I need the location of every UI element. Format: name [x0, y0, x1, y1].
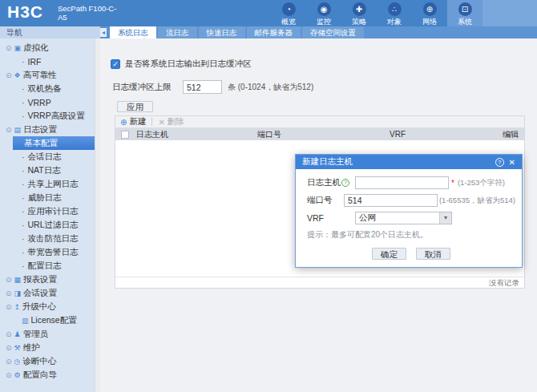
tab-item[interactable]: 邮件服务器: [247, 26, 301, 38]
sidebar-item[interactable]: ⊙ 基本配置: [13, 136, 95, 150]
header-right-panel: [482, 0, 537, 26]
top-nav-item[interactable]: ◉ 监控: [306, 0, 341, 26]
sidebar-item-label: 配置日志: [28, 261, 62, 272]
new-button[interactable]: ⊕ 新建: [120, 116, 146, 127]
sidebar-item-label: 会话设置: [23, 288, 57, 299]
port-input[interactable]: [344, 194, 438, 207]
buffer-limit-input[interactable]: [183, 80, 222, 94]
vrf-field-row: VRF 公网 ▾: [307, 212, 515, 224]
nav-panel-title: 导航: [0, 26, 100, 38]
vrf-select[interactable]: 公网 ▾: [355, 212, 452, 224]
sidebar-item-label: IRF: [28, 57, 42, 67]
expand-toggle-icon[interactable]: ⊙: [6, 44, 12, 52]
sidebar-item[interactable]: ⊙ ◷ 诊断中心: [0, 354, 95, 368]
expand-toggle-icon[interactable]: ⊙: [6, 71, 12, 79]
sidebar-item[interactable]: ⊙ IRF: [0, 55, 95, 68]
sidebar-item-label: 应用审计日志: [28, 206, 79, 217]
expand-toggle-icon[interactable]: ⊙: [6, 371, 12, 379]
sidebar-item[interactable]: ⊙ ▦ 报表设置: [0, 273, 95, 286]
delete-button-label: 删除: [168, 116, 184, 127]
output-to-buffer-checkbox[interactable]: ✓: [111, 59, 120, 69]
sidebar-item[interactable]: ⊙ URL过滤日志: [0, 218, 95, 232]
sidebar-item-label: 双机热备: [28, 83, 62, 95]
dialog-title-bar: 新建日志主机 ? ✕: [296, 155, 522, 169]
tab-item-label: 存储空间设置: [310, 28, 356, 37]
sidebar-item[interactable]: ⊙ 共享上网日志: [0, 177, 95, 191]
host-input[interactable]: [355, 176, 449, 189]
sidebar-item[interactable]: ⊙ 应用审计日志: [0, 204, 95, 218]
monitor-icon: ◉: [317, 2, 331, 16]
device-name: SecPath F100-C- A5: [58, 4, 116, 22]
top-nav-item[interactable]: ✚ 策略: [341, 0, 377, 26]
dialog-title: 新建日志主机: [302, 156, 353, 168]
dialog-close-icon[interactable]: ✕: [509, 158, 515, 167]
reliability-shield-icon: ❖: [14, 71, 21, 79]
tab-item[interactable]: 系统日志: [110, 26, 156, 38]
sidebar-item[interactable]: ⊙ 双机热备: [0, 82, 95, 95]
sidebar-item[interactable]: ⊙ 会话日志: [0, 150, 95, 164]
top-nav-item[interactable]: ◔ 概览: [271, 0, 306, 26]
tab-item-label: 系统日志: [118, 28, 148, 37]
sidebar-item[interactable]: ⊙ ❖ 高可靠性: [0, 68, 95, 82]
vrf-selected-value: 公网: [356, 212, 439, 224]
sidebar-item[interactable]: ⊙ ⚒ 维护: [0, 341, 95, 354]
expand-toggle-icon[interactable]: ⊙: [6, 358, 12, 366]
sidebar-collapse-icon[interactable]: ◂: [100, 28, 107, 37]
sidebar-item-label: 威胁日志: [28, 192, 62, 204]
sidebar-item[interactable]: ⊙ ▤ 日志设置: [0, 123, 95, 136]
top-nav: ◔ 概览 ◉ 监控 ✚ 策略 ∴ 对象 ⊕ 网络: [271, 0, 482, 26]
new-log-host-dialog: 新建日志主机 ? ✕ 日志主机 ? * (1-253个字符) 端口号 (1-65…: [295, 154, 523, 268]
host-hint: (1-253个字符): [458, 178, 505, 188]
device-name-line2: A5: [58, 13, 116, 22]
top-nav-item[interactable]: ∴ 对象: [377, 0, 412, 26]
sidebar-item[interactable]: ⊙ ↥ 升级中心: [0, 300, 95, 313]
select-all-checkbox[interactable]: [121, 131, 129, 139]
ok-button[interactable]: 确定: [372, 248, 406, 260]
expand-toggle-icon[interactable]: ⊙: [6, 344, 12, 352]
new-plus-icon: ⊕: [120, 118, 127, 127]
host-help-icon[interactable]: ?: [341, 179, 349, 187]
wizard-icon: ⚙: [14, 371, 21, 379]
vrf-field-label: VRF: [307, 213, 355, 223]
tab-item[interactable]: 存储空间设置: [302, 26, 364, 38]
upgrade-icon: ↥: [14, 303, 21, 311]
top-nav-item-label: 概览: [281, 17, 296, 27]
sidebar-item[interactable]: ⊙ ◨ 会话设置: [0, 286, 95, 300]
sidebar-item[interactable]: ⊙ ▥ License配置: [0, 313, 95, 327]
sidebar-scrollbar[interactable]: [95, 38, 100, 392]
toolbar-divider: [151, 118, 152, 126]
tab-item[interactable]: 流日志: [158, 26, 197, 38]
apply-button[interactable]: 应用: [117, 101, 153, 112]
sidebar-item[interactable]: ⊙ NAT日志: [0, 164, 95, 177]
dialog-help-icon[interactable]: ?: [495, 158, 504, 167]
cancel-button[interactable]: 取消: [416, 248, 450, 260]
new-button-label: 新建: [129, 116, 146, 127]
table-toolbar: ⊕ 新建 ✕ 删除: [115, 116, 524, 128]
expand-toggle-icon[interactable]: ⊙: [6, 289, 12, 297]
sidebar-item[interactable]: ⊙ ⚙ 配置向导: [0, 368, 95, 382]
port-field-label: 端口号: [307, 195, 344, 206]
sidebar-item[interactable]: ⊙ ▣ 虚拟化: [0, 41, 95, 55]
sidebar-item[interactable]: ⊙ VRRP高级设置: [0, 109, 95, 123]
session-icon: ◨: [14, 289, 22, 297]
sidebar-item[interactable]: ⊙ 带宽告警日志: [0, 245, 95, 259]
tab-item[interactable]: 快速日志: [199, 26, 245, 38]
sidebar-item[interactable]: ⊙ VRRP: [0, 95, 95, 109]
expand-toggle-icon[interactable]: ⊙: [6, 126, 12, 134]
top-nav-item-label: 系统: [458, 17, 472, 27]
sidebar-item[interactable]: ⊙ ♟ 管理员: [0, 327, 95, 341]
sidebar-item-label: 虚拟化: [23, 42, 49, 54]
top-nav-item[interactable]: ⊡ 系统: [447, 0, 482, 26]
expand-toggle-icon[interactable]: ⊙: [6, 330, 12, 338]
sidebar-item[interactable]: ⊙ 威胁日志: [0, 191, 95, 204]
tab-item-label: 邮件服务器: [255, 28, 293, 37]
chevron-down-icon: ▾: [439, 212, 451, 224]
buffer-limit-row: 日志缓冲区上限 条 (0-1024，缺省为512): [112, 80, 313, 94]
app-header: H3C SecPath F100-C- A5 ◔ 概览 ◉ 监控 ✚ 策略 ∴ …: [0, 0, 537, 26]
sidebar-item[interactable]: ⊙ 配置日志: [0, 259, 95, 273]
sidebar-item[interactable]: ⊙ 攻击防范日志: [0, 232, 95, 245]
delete-button[interactable]: ✕ 删除: [158, 116, 184, 127]
expand-toggle-icon[interactable]: ⊙: [6, 276, 12, 284]
top-nav-item[interactable]: ⊕ 网络: [412, 0, 447, 26]
expand-toggle-icon[interactable]: ⊙: [6, 303, 12, 311]
